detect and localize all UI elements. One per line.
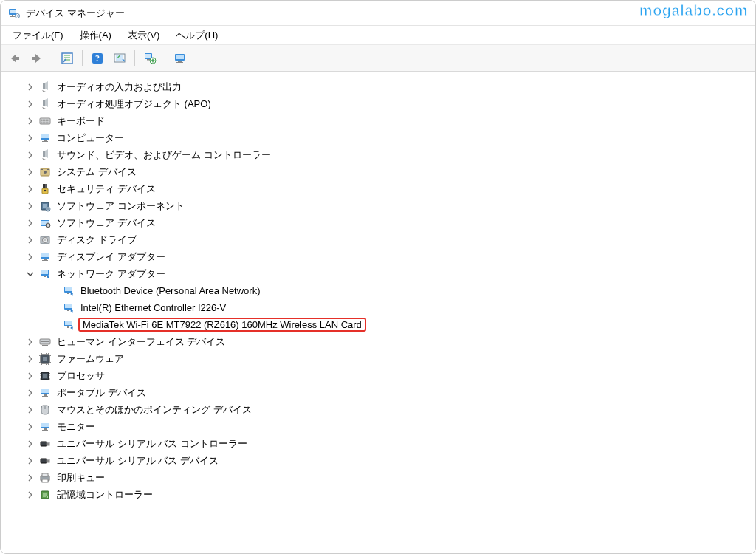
svg-point-58 xyxy=(44,189,47,191)
tree-node-label[interactable]: サウンド、ビデオ、およびゲーム コントローラー xyxy=(55,148,273,163)
svg-rect-48 xyxy=(44,140,47,141)
chevron-right-icon[interactable] xyxy=(25,439,35,449)
chevron-right-icon[interactable] xyxy=(25,82,35,92)
tree-node-label[interactable]: ソフトウェア コンポーネント xyxy=(55,199,187,213)
menu-view[interactable]: 表示(V) xyxy=(120,27,167,44)
tree-node-label[interactable]: ファームウェア xyxy=(55,352,126,366)
chevron-right-icon[interactable] xyxy=(25,167,35,177)
svg-rect-34 xyxy=(41,121,42,122)
tree-node[interactable]: ユニバーサル シリアル バス コントローラー xyxy=(9,435,752,452)
tree-node-label[interactable]: オーディオの入力および出力 xyxy=(55,80,184,95)
tree-node[interactable]: ソフトウェア コンポーネント xyxy=(9,197,752,214)
tree-node[interactable]: ソフトウェア デバイス xyxy=(9,214,752,231)
tree-node[interactable]: MediaTek Wi-Fi 6E MT7922 (RZ616) 160MHz … xyxy=(9,316,752,333)
tree-node[interactable]: セキュリティ デバイス xyxy=(9,180,752,197)
tree-node-label[interactable]: マウスとそのほかのポインティング デバイス xyxy=(55,403,254,417)
svg-rect-121 xyxy=(41,423,49,427)
tree-node-label[interactable]: Bluetooth Device (Personal Area Network) xyxy=(78,284,263,297)
tree-node-label[interactable]: モニター xyxy=(55,420,97,434)
tree-node[interactable]: ポータブル デバイス xyxy=(9,384,752,401)
chevron-right-icon[interactable] xyxy=(25,235,35,245)
tree-node-label[interactable]: ソフトウェア デバイス xyxy=(55,216,158,230)
tree-node[interactable]: モニター xyxy=(9,418,752,435)
back-button[interactable] xyxy=(5,49,24,68)
tree-node[interactable]: キーボード xyxy=(9,112,752,129)
tree-node[interactable]: オーディオ処理オブジェクト (APO) xyxy=(9,95,752,112)
chevron-right-icon[interactable] xyxy=(25,184,35,194)
chevron-right-icon[interactable] xyxy=(25,388,35,398)
scan-hardware-button[interactable] xyxy=(110,49,129,68)
tree-node[interactable]: 記憶域コントローラー xyxy=(9,486,752,503)
tree-node[interactable]: Bluetooth Device (Personal Area Network) xyxy=(9,282,752,299)
tree-node-label[interactable]: ネットワーク アダプター xyxy=(55,267,168,281)
chevron-right-icon[interactable] xyxy=(25,405,35,415)
chevron-right-icon[interactable] xyxy=(25,337,35,347)
tree-node[interactable]: ユニバーサル シリアル バス デバイス xyxy=(9,452,752,469)
svg-rect-38 xyxy=(47,121,48,122)
tree-node-label[interactable]: 記憶域コントローラー xyxy=(55,488,155,502)
tree-node-label[interactable]: ヒューマン インターフェイス デバイス xyxy=(55,335,227,349)
svg-rect-111 xyxy=(49,375,50,375)
properties-button[interactable] xyxy=(58,49,77,68)
tree-node[interactable]: 印刷キュー xyxy=(9,469,752,486)
tree-node[interactable]: ディスク ドライブ xyxy=(9,231,752,248)
tree-node[interactable]: プロセッサ xyxy=(9,367,752,384)
svg-rect-16 xyxy=(176,55,184,59)
tree-node[interactable]: ヒューマン インターフェイス デバイス xyxy=(9,333,752,350)
menu-action[interactable]: 操作(A) xyxy=(72,27,119,44)
tree-node-label[interactable]: キーボード xyxy=(55,114,107,129)
chevron-right-icon[interactable] xyxy=(25,456,35,466)
tree-node-label[interactable]: プロセッサ xyxy=(55,369,107,383)
svg-point-5 xyxy=(17,15,18,16)
tree-node-label[interactable]: Intel(R) Ethernet Controller I226-V xyxy=(78,301,228,314)
chevron-down-icon[interactable] xyxy=(25,269,35,279)
chevron-right-icon[interactable] xyxy=(25,116,35,126)
add-device-button[interactable] xyxy=(140,49,159,68)
chevron-right-icon[interactable] xyxy=(25,354,35,364)
tree-node[interactable]: ファームウェア xyxy=(9,350,752,367)
svg-rect-126 xyxy=(47,443,49,445)
chevron-right-icon[interactable] xyxy=(25,150,35,160)
chevron-right-icon[interactable] xyxy=(25,133,35,143)
tree-node[interactable]: オーディオの入力および出力 xyxy=(9,78,752,95)
tree-node-label[interactable]: ディスプレイ アダプター xyxy=(55,250,168,264)
svg-rect-30 xyxy=(44,120,45,121)
menu-file[interactable]: ファイル(F) xyxy=(5,27,71,44)
tree-node[interactable]: コンピューター xyxy=(9,129,752,146)
tree-node[interactable]: システム デバイス xyxy=(9,163,752,180)
tree-node-label[interactable]: ディスク ドライブ xyxy=(55,233,139,247)
help-button[interactable]: ? xyxy=(88,49,107,68)
svg-rect-26 xyxy=(47,119,48,120)
device-tree-container[interactable]: オーディオの入力および出力オーディオ処理オブジェクト (APO)キーボードコンピ… xyxy=(4,75,752,550)
tree-node-label[interactable]: コンピューター xyxy=(55,131,126,146)
tree-node-label[interactable]: 印刷キュー xyxy=(55,471,107,485)
tree-node-label[interactable]: ポータブル デバイス xyxy=(55,386,148,400)
svg-rect-78 xyxy=(65,304,72,308)
tree-node-label[interactable]: システム デバイス xyxy=(55,165,139,179)
tree-node[interactable]: ディスプレイ アダプター xyxy=(9,248,752,265)
tree-node-label[interactable]: オーディオ処理オブジェクト (APO) xyxy=(55,97,213,112)
tree-node[interactable]: Intel(R) Ethernet Controller I226-V xyxy=(9,299,752,316)
chevron-right-icon[interactable] xyxy=(25,201,35,211)
tree-node-label[interactable]: ユニバーサル シリアル バス コントローラー xyxy=(55,437,250,451)
tree-node-label[interactable]: MediaTek Wi-Fi 6E MT7922 (RZ616) 160MHz … xyxy=(78,318,366,332)
tree-node-label[interactable]: ユニバーサル シリアル バス デバイス xyxy=(55,454,221,468)
svg-rect-85 xyxy=(44,341,47,342)
chevron-right-icon[interactable] xyxy=(25,218,35,228)
tree-node[interactable]: ネットワーク アダプター xyxy=(9,265,752,282)
chevron-right-icon[interactable] xyxy=(25,99,35,109)
chevron-right-icon[interactable] xyxy=(25,473,35,483)
tree-node-label[interactable]: セキュリティ デバイス xyxy=(55,182,158,196)
chevron-right-icon[interactable] xyxy=(25,371,35,381)
forward-button[interactable] xyxy=(27,49,47,68)
tree-node[interactable]: マウスとそのほかのポインティング デバイス xyxy=(9,401,752,418)
chevron-right-icon[interactable] xyxy=(25,422,35,432)
tree-node[interactable]: サウンド、ビデオ、およびゲーム コントローラー xyxy=(9,146,752,163)
chevron-right-icon[interactable] xyxy=(25,490,35,500)
show-devices-button[interactable] xyxy=(171,49,190,68)
chevron-right-icon[interactable] xyxy=(25,252,35,262)
svg-rect-2 xyxy=(12,15,13,16)
monitor-icon xyxy=(38,420,52,434)
menu-help[interactable]: ヘルプ(H) xyxy=(168,27,225,44)
mouse-icon xyxy=(38,403,52,417)
